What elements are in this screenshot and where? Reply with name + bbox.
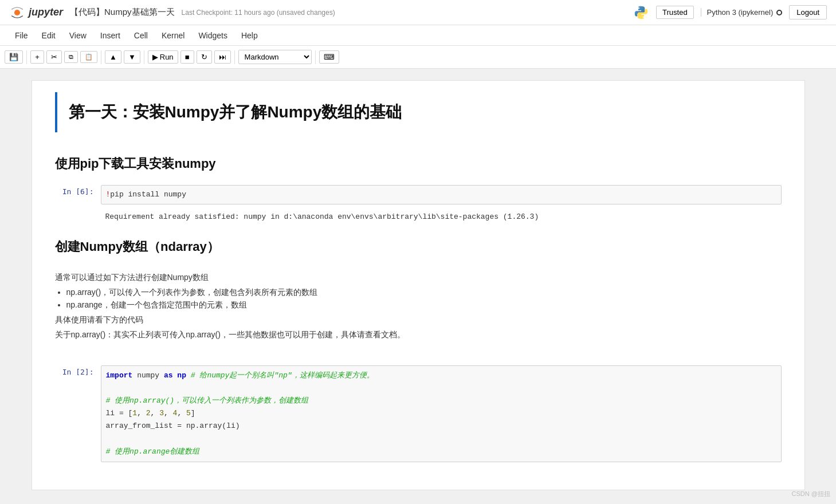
run-button[interactable]: ▶ Run <box>148 50 178 64</box>
heading-cell[interactable]: 第一天：安装Numpy并了解Numpy数组的基础 <box>55 92 782 132</box>
separator-1 <box>26 50 27 64</box>
cell-input-pip[interactable]: !pip install numpy <box>101 185 782 204</box>
ndarray-bullets-list: np.array()，可以传入一个列表作为参数，创建包含列表所有元素的数组 np… <box>66 288 782 310</box>
python-icon <box>633 5 649 21</box>
jupyter-icon <box>9 5 25 21</box>
ndarray-intro-cell[interactable]: 通常可以通过如下方法进行创建Numpy数组 np.array()，可以传入一个列… <box>55 268 782 347</box>
notebook-container: 第一天：安装Numpy并了解Numpy数组的基础 使用pip下载工具安装nump… <box>0 69 836 504</box>
kernel-label: Python 3 (ipykernel) <box>707 8 774 17</box>
ndarray-heading-cell[interactable]: 创建Numpy数组（ndarray） <box>55 234 782 263</box>
menu-insert[interactable]: Insert <box>95 29 126 42</box>
jupyter-label: jupyter <box>29 6 63 18</box>
menu-edit[interactable]: Edit <box>36 29 61 42</box>
code-line-blank2 <box>106 432 776 445</box>
keyboard-shortcuts-button[interactable]: ⌨ <box>319 50 339 64</box>
paste-icon: 📋 <box>85 53 93 61</box>
ndarray-bullet-1: np.array()，可以传入一个列表作为参数，创建包含列表所有元素的数组 <box>66 288 782 298</box>
notebook-content: 第一天：安装Numpy并了解Numpy数组的基础 使用pip下载工具安装nump… <box>32 80 805 490</box>
code-cell-2: In [2]: import numpy as np # 给numpy起一个别名… <box>55 365 782 462</box>
code-text-pip: pip install numpy <box>110 190 186 199</box>
kw-import: import <box>106 371 133 380</box>
main-heading: 第一天：安装Numpy并了解Numpy数组的基础 <box>69 101 770 123</box>
output-row-pip: Requirement already satisfied: numpy in … <box>55 209 782 225</box>
num-2: 2 <box>146 409 151 418</box>
cell-output-pip: Requirement already satisfied: numpy in … <box>101 209 782 225</box>
code-line-li: li = [1, 2, 3, 4, 5] <box>106 407 776 420</box>
code-array-from-list: array_from_list = np.array(li) <box>106 422 240 430</box>
fast-forward-button[interactable]: ⏭ <box>214 50 231 64</box>
comment-arange: # 使用np.arange创建数组 <box>106 447 200 456</box>
save-button[interactable]: 💾 <box>5 50 23 64</box>
stop-button[interactable]: ■ <box>180 50 194 64</box>
code-line-1: import numpy as np # 给numpy起一个别名叫"np"，这样… <box>106 369 776 382</box>
fast-forward-icon: ⏭ <box>219 53 226 61</box>
move-down-button[interactable]: ▼ <box>124 50 140 64</box>
move-up-icon: ▲ <box>109 53 117 61</box>
ndarray-bullet-2: np.arange，创建一个包含指定范围中的元素，数组 <box>66 300 782 310</box>
code-line-blank1 <box>106 382 776 395</box>
cell-prompt-2: In [2]: <box>55 365 101 376</box>
code-bracket-close: ] <box>191 409 195 418</box>
menu-help[interactable]: Help <box>236 29 264 42</box>
cell-type-select[interactable]: Markdown Code Raw NBConvert Heading <box>238 50 312 64</box>
menu-view[interactable]: View <box>64 29 92 42</box>
comment-array: # 使用np.array()，可以传入一个列表作为参数，创建数组 <box>106 396 309 405</box>
menu-widgets[interactable]: Widgets <box>193 29 233 42</box>
pip-install-heading: 使用pip下载工具安装numpy <box>55 155 782 172</box>
separator-2 <box>101 50 101 64</box>
stop-icon: ■ <box>185 53 190 61</box>
comment-np: # 给numpy起一个别名叫"np"，这样编码起来更方便。 <box>191 371 374 380</box>
toolbar: 💾 + ✂ ⧉ 📋 ▲ ▼ ▶ Run ■ ↻ ⏭ Markdown Code … <box>0 46 836 69</box>
ndarray-heading: 创建Numpy数组（ndarray） <box>55 238 782 255</box>
trusted-button[interactable]: Trusted <box>656 6 694 19</box>
cell-input-2[interactable]: import numpy as np # 给numpy起一个别名叫"np"，这样… <box>101 365 782 462</box>
code-li: li = [ <box>106 409 133 418</box>
num-3: 3 <box>159 409 164 418</box>
ndarray-note2: 关于np.array()：其实不止列表可传入np.array()，一些其他数据也… <box>55 330 782 340</box>
add-cell-button[interactable]: + <box>30 50 44 64</box>
svg-point-0 <box>14 9 20 15</box>
code-comma4: , <box>177 409 186 418</box>
code-line-array: array_from_list = np.array(li) <box>106 420 776 432</box>
checkpoint-info: Last Checkpoint: 11 hours ago (unsaved c… <box>182 9 335 17</box>
restart-icon: ↻ <box>201 53 207 61</box>
keyboard-icon: ⌨ <box>324 53 335 61</box>
ndarray-note1: 具体使用请看下方的代码 <box>55 315 782 325</box>
code-numpy: numpy <box>137 371 164 380</box>
cut-cell-button[interactable]: ✂ <box>46 50 62 64</box>
code-comma2: , <box>151 409 160 418</box>
cell-prompt-6: In [6]: <box>55 185 101 196</box>
logout-button[interactable]: Logout <box>789 5 827 19</box>
code-line-comment1: # 使用np.array()，可以传入一个列表作为参数，创建数组 <box>106 395 776 407</box>
pip-install-heading-cell[interactable]: 使用pip下载工具安装numpy <box>55 151 782 180</box>
menu-cell[interactable]: Cell <box>128 29 154 42</box>
jupyter-logo: jupyter <box>9 5 63 21</box>
run-icon: ▶ <box>152 53 158 61</box>
menu-file[interactable]: File <box>9 29 34 42</box>
num-1: 1 <box>132 409 137 418</box>
paste-cell-button[interactable]: 📋 <box>80 51 97 63</box>
cut-icon: ✂ <box>51 53 57 61</box>
separator-3 <box>144 50 144 64</box>
code-line-comment2: # 使用np.arange创建数组 <box>106 446 776 458</box>
watermark-text: CSDN @扭扭 <box>792 490 830 497</box>
code-comma3: , <box>164 409 173 418</box>
run-label: Run <box>160 53 174 61</box>
kw-as: as <box>164 371 173 380</box>
notebook-title[interactable]: 【代码】Numpy基础第一天 <box>70 7 175 18</box>
restart-button[interactable]: ↻ <box>197 50 212 64</box>
menu-kernel[interactable]: Kernel <box>156 29 190 42</box>
code-comma1: , <box>137 409 146 418</box>
move-up-button[interactable]: ▲ <box>105 50 121 64</box>
move-down-icon: ▼ <box>128 53 136 61</box>
kw-np: np <box>177 371 186 380</box>
add-icon: + <box>35 53 40 61</box>
copy-icon: ⧉ <box>69 53 73 61</box>
ndarray-intro-text: 通常可以通过如下方法进行创建Numpy数组 <box>55 273 782 283</box>
topbar: jupyter 【代码】Numpy基础第一天 Last Checkpoint: … <box>0 0 836 25</box>
separator-5 <box>315 50 316 64</box>
kernel-status-dot <box>776 10 782 15</box>
copy-cell-button[interactable]: ⧉ <box>64 51 78 63</box>
kernel-info: Python 3 (ipykernel) <box>701 8 783 17</box>
save-icon: 💾 <box>9 53 18 61</box>
